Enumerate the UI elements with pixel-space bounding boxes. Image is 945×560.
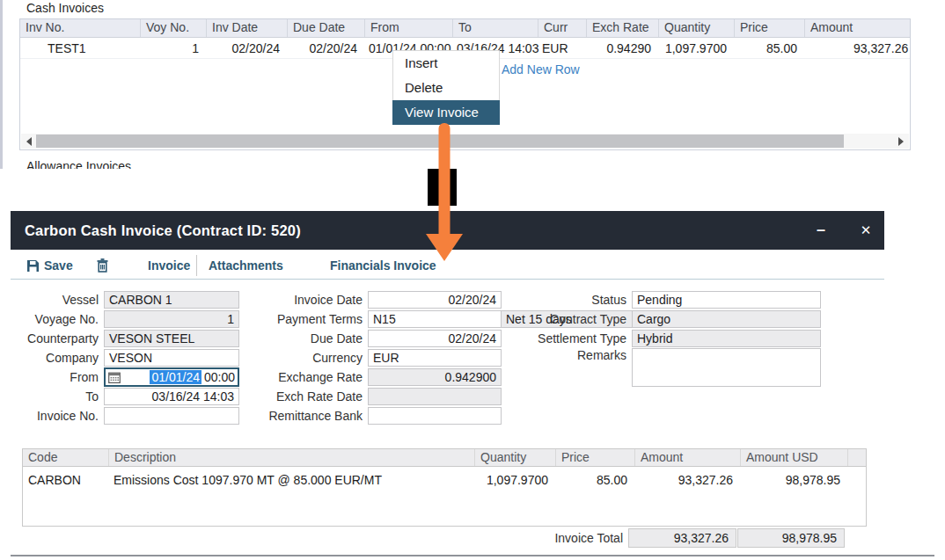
calendar-icon[interactable] (108, 372, 121, 383)
invoice-total-row: Invoice Total 93,327.26 98,978.95 (352, 528, 845, 548)
cell-price[interactable]: 85.00 (555, 473, 634, 487)
contract-type-label: Contract Type (531, 312, 632, 326)
payment-terms-label: Payment Terms (262, 312, 368, 326)
column-header-quantity[interactable]: Quantity (474, 449, 555, 466)
screen: Cash Invoices Inv No. Voy No. Inv Date D… (0, 0, 945, 560)
items-header-row: Code Description Quantity Price Amount A… (22, 448, 867, 467)
column-header-voy-no[interactable]: Voy No. (140, 19, 206, 37)
trash-icon (97, 258, 108, 273)
allowance-invoices-section-title: Allowance Invoices (26, 159, 131, 169)
exch-rate-date-label: Exch Rate Date (262, 389, 368, 404)
down-arrow-annotation-icon (421, 120, 468, 264)
from-label: From (16, 370, 104, 384)
cell-spacer (847, 473, 866, 487)
vessel-field[interactable]: CARBON 1 (104, 291, 239, 309)
column-header-spacer (847, 449, 866, 466)
voyage-no-field[interactable]: 1 (104, 310, 239, 328)
vessel-label: Vessel (16, 293, 104, 307)
scroll-left-icon[interactable] (26, 137, 32, 146)
cell-code[interactable]: CARBON (23, 473, 108, 487)
cell-inv-no[interactable]: TEST1 (20, 41, 140, 55)
status-label: Status (531, 293, 632, 307)
settlement-type-field[interactable]: Hybrid (632, 330, 821, 347)
column-header-quantity[interactable]: Quantity (658, 19, 734, 37)
counterparty-label: Counterparty (16, 331, 104, 345)
toolbar-divider (11, 279, 884, 280)
exch-rate-date-field[interactable] (368, 388, 502, 405)
to-label: To (16, 389, 104, 404)
tab-invoice[interactable]: Invoice (148, 258, 190, 273)
column-header-curr[interactable]: Curr (538, 19, 586, 37)
cell-due-date[interactable]: 02/20/24 (287, 41, 364, 55)
payment-terms-code-field[interactable]: N15 (368, 310, 502, 328)
exchange-rate-field[interactable]: 0.942900 (368, 368, 502, 386)
column-header-due-date[interactable]: Due Date (287, 19, 364, 37)
modal-title: Carbon Cash Invoice (Contract ID: 520) (11, 222, 301, 239)
cash-invoices-section-title: Cash Invoices (26, 1, 104, 15)
due-date-label: Due Date (262, 331, 368, 345)
cell-price[interactable]: 85.00 (734, 41, 804, 55)
column-header-price[interactable]: Price (734, 19, 804, 37)
currency-field[interactable]: EUR (368, 349, 502, 367)
column-header-amount[interactable]: Amount (804, 19, 910, 37)
column-header-amount-usd[interactable]: Amount USD (740, 449, 847, 466)
invoice-no-label: Invoice No. (16, 409, 104, 423)
remarks-field[interactable] (632, 348, 821, 387)
close-icon[interactable]: ✕ (850, 211, 882, 250)
form-column-left: Vessel CARBON 1 Voyage No. 1 Counterpart… (16, 290, 239, 425)
cell-curr[interactable]: EUR (538, 41, 586, 55)
left-edge-strip (0, 0, 3, 169)
from-date-selected-text[interactable]: 01/01/24 (150, 370, 201, 384)
minimize-icon[interactable]: – (805, 211, 837, 250)
column-header-code[interactable]: Code (23, 449, 108, 466)
menu-item-insert[interactable]: Insert (393, 51, 499, 76)
invoice-date-field[interactable]: 02/20/24 (368, 291, 502, 309)
cell-quantity[interactable]: 1,097.9700 (658, 41, 734, 55)
table-row[interactable]: CARBON Emissions Cost 1097.970 MT @ 85.0… (23, 467, 866, 487)
column-header-price[interactable]: Price (555, 449, 634, 466)
company-field[interactable]: VESON (104, 349, 239, 367)
cell-quantity[interactable]: 1,097.9700 (474, 473, 555, 487)
settlement-type-label: Settlement Type (531, 331, 632, 345)
column-header-amount[interactable]: Amount (634, 449, 740, 466)
from-field[interactable]: 01/01/24 00:00 (104, 367, 239, 387)
invoice-date-label: Invoice Date (262, 293, 368, 307)
column-header-inv-date[interactable]: Inv Date (206, 19, 287, 37)
to-field[interactable]: 03/16/24 14:03 (104, 388, 239, 405)
save-button[interactable]: Save (26, 258, 73, 273)
column-header-description[interactable]: Description (108, 449, 474, 466)
remittance-bank-label: Remittance Bank (262, 409, 368, 423)
column-header-to[interactable]: To (452, 19, 538, 37)
cell-inv-date[interactable]: 02/20/24 (206, 41, 287, 55)
cell-amount-usd[interactable]: 98,978.95 (740, 473, 847, 487)
cell-amount[interactable]: 93,327.26 (804, 41, 910, 55)
due-date-field[interactable]: 02/20/24 (368, 330, 502, 347)
company-label: Company (16, 351, 104, 365)
invoice-no-field[interactable] (104, 407, 239, 425)
column-header-inv-no[interactable]: Inv No. (20, 19, 140, 37)
contract-type-field[interactable]: Cargo (632, 310, 821, 328)
form-column-right: Status Pending Contract Type Cargo Settl… (531, 290, 821, 389)
invoice-items-table: Code Description Quantity Price Amount A… (22, 448, 867, 527)
status-field[interactable]: Pending (632, 291, 821, 309)
invoice-total-amount-usd-field: 98,978.95 (737, 528, 845, 548)
save-label: Save (44, 258, 73, 273)
delete-button[interactable] (97, 258, 108, 273)
column-header-exch-rate[interactable]: Exch Rate (586, 19, 658, 37)
scroll-right-icon[interactable] (898, 137, 904, 146)
cell-exch-rate[interactable]: 0.94290 (586, 41, 658, 55)
menu-item-delete[interactable]: Delete (393, 76, 499, 100)
items-body: CARBON Emissions Cost 1097.970 MT @ 85.0… (22, 467, 867, 527)
remittance-bank-field[interactable] (368, 407, 502, 425)
cash-invoices-header-row: Inv No. Voy No. Inv Date Due Date From T… (20, 19, 910, 38)
add-new-row-link[interactable]: Add New Row (502, 62, 580, 76)
tab-attachments[interactable]: Attachments (209, 258, 283, 273)
bottom-divider (11, 555, 934, 556)
column-header-from[interactable]: From (364, 19, 452, 37)
cell-amount[interactable]: 93,327.26 (634, 473, 740, 487)
counterparty-field[interactable]: VESON STEEL (104, 330, 239, 347)
cell-voy-no[interactable]: 1 (140, 41, 206, 55)
from-time-text[interactable]: 00:00 (201, 370, 235, 384)
cell-description[interactable]: Emissions Cost 1097.970 MT @ 85.000 EUR/… (108, 473, 474, 487)
invoice-total-label: Invoice Total (352, 531, 626, 545)
